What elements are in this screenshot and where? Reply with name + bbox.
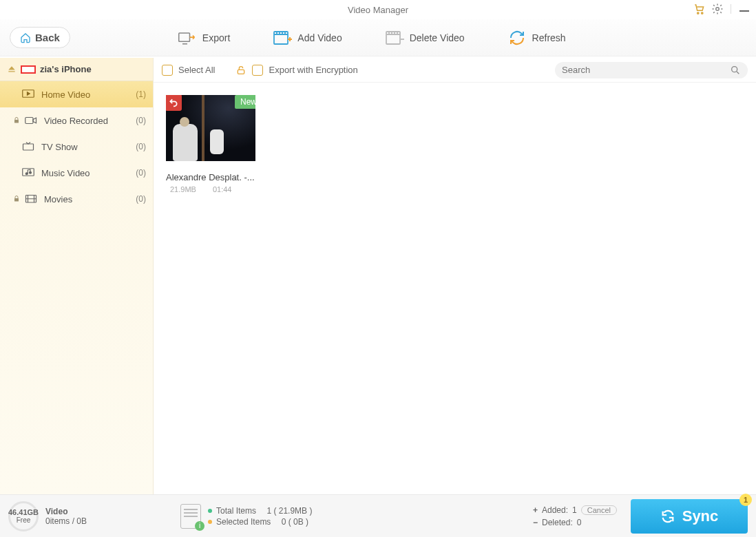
sync-icon — [660, 509, 675, 524]
window-title: Video Manager — [348, 5, 408, 15]
sidebar-item-music-video[interactable]: Music Video (0) — [0, 160, 153, 186]
sidebar-item-count: (0) — [136, 116, 146, 125]
disk-size: 46.41GB — [8, 508, 39, 516]
sidebar-item-label: Home Video — [41, 90, 90, 100]
added-value: 1 — [572, 505, 577, 515]
sidebar-item-label: Movies — [44, 194, 72, 204]
search-input[interactable] — [562, 65, 730, 75]
lock-small-icon — [12, 195, 21, 203]
tv-icon — [22, 142, 34, 151]
sidebar-item-tv-show[interactable]: TV Show (0) — [0, 134, 153, 160]
sidebar-item-label: TV Show — [41, 142, 78, 152]
video-item[interactable]: New Alexandre Desplat. -... 21.9MB 01:44 — [166, 95, 262, 193]
export-button[interactable]: Export — [174, 27, 234, 49]
total-label: Total Items — [216, 506, 256, 516]
home-icon — [20, 32, 31, 43]
disk-ring: 46.41GB Free — [8, 501, 39, 531]
video-size: 21.9MB — [170, 185, 196, 193]
sidebar-item-count: (0) — [136, 168, 146, 178]
eject-icon — [7, 65, 17, 74]
page-info-icon: i — [180, 504, 201, 529]
camera-icon — [25, 116, 37, 125]
device-avatar — [21, 65, 36, 74]
svg-rect-9 — [14, 120, 19, 123]
new-badge: New — [235, 95, 255, 109]
divider — [731, 4, 731, 14]
lock-small-icon — [12, 116, 21, 125]
search-icon — [730, 65, 741, 76]
sidebar-item-video-recorded[interactable]: Video Recorded (0) — [0, 107, 153, 134]
cancel-button[interactable]: Cancel — [581, 505, 617, 515]
search-input-wrap[interactable] — [555, 62, 748, 78]
svg-point-0 — [697, 12, 699, 14]
delete-video-label: Delete Video — [410, 32, 465, 43]
select-all-label: Select All — [178, 65, 215, 75]
svg-rect-3 — [179, 33, 190, 41]
sidebar-item-count: (1) — [136, 90, 146, 99]
dot-icon — [208, 509, 212, 513]
back-label: Back — [35, 32, 60, 43]
device-row[interactable]: zia's iPhone — [0, 58, 153, 81]
export-encryption-label: Export with Encryption — [269, 65, 357, 75]
svg-rect-15 — [14, 198, 19, 202]
svg-rect-4 — [274, 32, 288, 44]
minimize-icon[interactable] — [738, 3, 750, 15]
added-label: Added: — [542, 505, 568, 515]
sidebar-item-home-video[interactable]: Home Video (1) — [0, 81, 153, 107]
svg-point-2 — [716, 8, 720, 11]
sync-button[interactable]: Sync 1 — [631, 499, 748, 534]
svg-rect-10 — [25, 118, 33, 124]
sync-label: Sync — [682, 507, 719, 525]
sync-count-badge: 1 — [739, 494, 752, 506]
total-value: 1 ( 21.9MB ) — [266, 506, 312, 516]
video-duration: 01:44 — [213, 185, 232, 193]
refresh-icon — [507, 30, 527, 46]
device-name: zia's iPhone — [40, 64, 92, 74]
lock-icon — [235, 65, 246, 76]
refresh-label: Refresh — [532, 32, 566, 43]
svg-rect-5 — [386, 32, 400, 44]
export-label: Export — [202, 32, 230, 43]
refresh-button[interactable]: Refresh — [503, 27, 570, 49]
svg-rect-6 — [238, 70, 244, 74]
export-encryption-checkbox[interactable] — [252, 65, 263, 76]
sidebar-item-label: Music Video — [41, 168, 90, 178]
export-icon — [178, 30, 197, 46]
video-title: Alexandre Desplat. -... — [166, 172, 262, 182]
selected-label: Selected Items — [216, 517, 271, 527]
svg-point-1 — [702, 12, 703, 14]
select-all-checkbox[interactable] — [162, 65, 173, 76]
sidebar-item-movies[interactable]: Movies (0) — [0, 186, 153, 212]
back-button[interactable]: Back — [10, 27, 70, 48]
music-video-icon — [22, 168, 34, 178]
sidebar-item-count: (0) — [136, 194, 146, 204]
delete-video-icon — [385, 30, 404, 46]
svg-point-7 — [732, 66, 737, 72]
dot-icon — [208, 520, 212, 524]
svg-point-14 — [30, 172, 32, 174]
add-video-icon — [273, 30, 292, 46]
undo-badge-icon[interactable] — [166, 95, 182, 111]
deleted-label: Deleted: — [542, 518, 573, 527]
sidebar-item-count: (0) — [136, 142, 146, 151]
cart-icon[interactable] — [693, 3, 706, 15]
gear-icon[interactable] — [711, 3, 724, 15]
film-icon — [25, 194, 37, 204]
deleted-value: 0 — [577, 518, 582, 527]
delete-video-button[interactable]: Delete Video — [381, 27, 469, 49]
sidebar-item-label: Video Recorded — [44, 116, 108, 126]
home-video-icon — [22, 90, 34, 99]
footer-section: Video — [45, 507, 87, 516]
video-thumbnail[interactable]: New — [166, 95, 255, 161]
disk-free-label: Free — [17, 516, 31, 524]
svg-rect-11 — [23, 144, 34, 150]
add-video-label: Add Video — [297, 32, 342, 43]
selected-value: 0 ( 0B ) — [282, 517, 308, 527]
footer-section-sub: 0items / 0B — [45, 516, 87, 526]
add-video-button[interactable]: Add Video — [269, 27, 346, 49]
